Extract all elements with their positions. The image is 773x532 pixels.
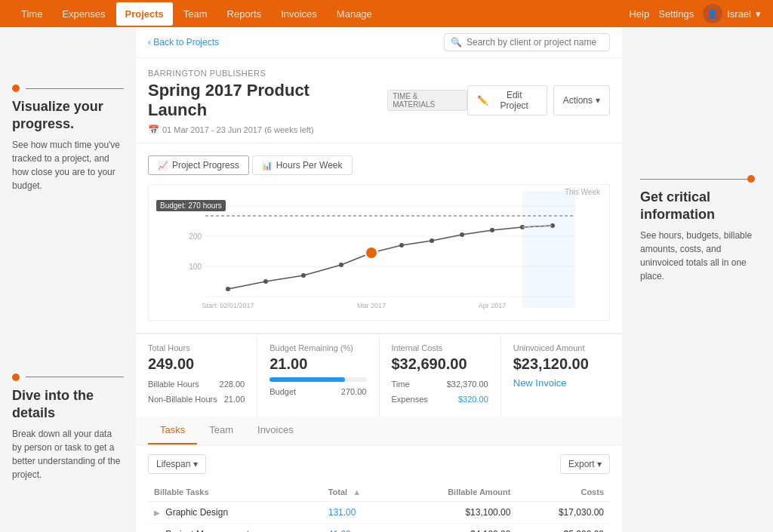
task-billable-1: $13,100.00 bbox=[395, 501, 516, 523]
this-week-label: This Week bbox=[565, 188, 600, 196]
tasks-table-body: ▶ Graphic Design 131.00 $13,100.00 $17,0… bbox=[148, 501, 610, 532]
annotation-critical-text: See hours, budgets, billable amounts, co… bbox=[640, 229, 761, 283]
metric-total-hours-sub: Billable Hours Non-Billable Hours 228.00… bbox=[148, 377, 245, 407]
col-billable-tasks: Billable Tasks bbox=[148, 483, 322, 502]
edit-icon: ✏️ bbox=[477, 95, 488, 106]
metric-total-hours-value: 249.00 bbox=[148, 355, 245, 373]
svg-point-16 bbox=[460, 232, 464, 237]
col-billable-amount: Billable Amount bbox=[395, 483, 516, 502]
task-name-2: ▶ Project Management bbox=[148, 523, 322, 532]
svg-point-10 bbox=[263, 279, 268, 284]
sort-icon: ▲ bbox=[353, 487, 361, 497]
budget-progress-bar bbox=[269, 377, 366, 382]
project-title-group: Spring 2017 Product Launch TIME & MATERI… bbox=[148, 81, 467, 120]
task-total-2: 41.00 bbox=[322, 523, 395, 532]
expenses-link[interactable]: $320.00 bbox=[458, 395, 488, 404]
nav-help[interactable]: Help bbox=[629, 8, 649, 20]
search-bar: 🔍 bbox=[444, 33, 610, 51]
expand-icon[interactable]: ▶ bbox=[154, 509, 160, 517]
project-dates: 📅 01 Mar 2017 - 23 Jun 2017 (6 weeks lef… bbox=[148, 125, 610, 135]
billable-hours-values: 228.00 21.00 bbox=[220, 377, 245, 407]
svg-rect-0 bbox=[522, 191, 575, 308]
svg-point-15 bbox=[430, 238, 434, 243]
metric-costs-value: $32,690.00 bbox=[392, 355, 488, 373]
nav-chevron-icon: ▾ bbox=[756, 8, 761, 20]
tab-team[interactable]: Team bbox=[197, 417, 245, 444]
actions-label: Actions bbox=[563, 95, 593, 106]
annotation-details: Dive into the details Break down all you… bbox=[12, 374, 124, 481]
metric-budget-sub: Budget 270.00 bbox=[269, 385, 366, 400]
table-row: ▶ Project Management 41.00 $4,100.00 $5,… bbox=[148, 523, 610, 532]
task-costs-1: $17,030.00 bbox=[516, 501, 610, 523]
nav-projects[interactable]: Projects bbox=[116, 2, 173, 26]
annotation-visualize-text: See how much time you've tracked to a pr… bbox=[12, 138, 124, 192]
export-button[interactable]: Export ▾ bbox=[560, 454, 610, 474]
bar-chart-icon: 📊 bbox=[262, 161, 273, 171]
svg-text:Start: 02/01/2017: Start: 02/01/2017 bbox=[202, 302, 254, 309]
metrics-row: Total Hours 249.00 Billable Hours Non-Bi… bbox=[136, 334, 622, 417]
lifespan-button[interactable]: Lifespan ▾ bbox=[148, 454, 206, 474]
search-icon: 🔍 bbox=[451, 37, 462, 48]
nav-expenses[interactable]: Expenses bbox=[53, 2, 114, 26]
metric-total-hours: Total Hours 249.00 Billable Hours Non-Bi… bbox=[136, 334, 257, 417]
task-total-1: 131.00 bbox=[322, 501, 395, 523]
tasks-section: Lifespan ▾ Export ▾ Billable Tasks Total… bbox=[136, 445, 622, 532]
search-input[interactable] bbox=[467, 37, 603, 48]
new-invoice-link[interactable]: New Invoice bbox=[513, 377, 567, 389]
top-navigation: Time Expenses Projects Team Reports Invo… bbox=[0, 0, 773, 27]
project-title-row: Spring 2017 Product Launch TIME & MATERI… bbox=[148, 81, 610, 120]
tasks-table-header: Billable Tasks Total ▲ Billable Amount C… bbox=[148, 483, 610, 502]
tab-tasks[interactable]: Tasks bbox=[148, 417, 197, 444]
annotation-visualize: Visualize your progress. See how much ti… bbox=[12, 85, 124, 192]
svg-text:Mar 2017: Mar 2017 bbox=[357, 302, 386, 309]
export-label: Export bbox=[568, 459, 595, 469]
metric-uninvoiced-value: $23,120.00 bbox=[513, 355, 610, 373]
annotation-visualize-title: Visualize your progress. bbox=[12, 98, 124, 134]
tab-project-progress[interactable]: 📈 Project Progress bbox=[148, 155, 249, 175]
nav-manage[interactable]: Manage bbox=[328, 2, 381, 26]
tab-invoices[interactable]: Invoices bbox=[245, 417, 306, 444]
main-content: Back to Projects 🔍 BARRINGTON PUBLISHERS… bbox=[136, 27, 622, 532]
task-total-link-1[interactable]: 131.00 bbox=[328, 507, 356, 518]
budget-label: Budget: 270 hours bbox=[156, 200, 226, 211]
project-actions: ✏️ Edit Project Actions ▾ bbox=[467, 85, 610, 115]
svg-point-9 bbox=[226, 287, 230, 291]
metric-uninvoiced: Uninvoiced Amount $23,120.00 New Invoice bbox=[501, 334, 622, 417]
actions-button[interactable]: Actions ▾ bbox=[553, 85, 610, 115]
annotation-critical-title: Get critical information bbox=[640, 189, 761, 224]
annotation-dot-2 bbox=[12, 374, 20, 381]
billable-hours-value: 228.00 bbox=[220, 377, 245, 392]
nav-username: Israel bbox=[727, 8, 751, 20]
svg-point-11 bbox=[301, 273, 306, 278]
avatar: 👤 bbox=[703, 4, 722, 23]
annotation-line-1 bbox=[26, 88, 124, 89]
client-name: BARRINGTON PUBLISHERS bbox=[148, 69, 610, 78]
edit-project-button[interactable]: ✏️ Edit Project bbox=[467, 85, 547, 115]
nav-right: Help Settings 👤 Israel ▾ bbox=[629, 4, 761, 23]
back-to-projects[interactable]: Back to Projects bbox=[148, 37, 219, 48]
svg-text:200: 200 bbox=[189, 232, 202, 241]
svg-text:100: 100 bbox=[189, 263, 202, 271]
annotation-dot-3 bbox=[747, 175, 755, 183]
page-wrapper: Visualize your progress. See how much ti… bbox=[0, 27, 773, 532]
billable-hours-group: Billable Hours Non-Billable Hours bbox=[148, 377, 217, 407]
export-chevron-icon: ▾ bbox=[597, 459, 602, 469]
svg-point-14 bbox=[399, 243, 404, 248]
nav-user-menu[interactable]: 👤 Israel ▾ bbox=[703, 4, 761, 23]
chart-icon: 📈 bbox=[158, 161, 168, 171]
nav-reports[interactable]: Reports bbox=[218, 2, 271, 26]
non-billable-label: Non-Billable Hours bbox=[148, 392, 217, 407]
tab-hours-per-week[interactable]: 📊 Hours Per Week bbox=[252, 155, 353, 175]
nav-invoices[interactable]: Invoices bbox=[272, 2, 326, 26]
col-total[interactable]: Total ▲ bbox=[322, 483, 395, 502]
project-header: BARRINGTON PUBLISHERS Spring 2017 Produc… bbox=[136, 58, 622, 143]
nav-team[interactable]: Team bbox=[174, 2, 217, 26]
task-costs-2: $5,330.00 bbox=[516, 523, 610, 532]
task-total-link-2[interactable]: 41.00 bbox=[328, 529, 351, 532]
nav-settings[interactable]: Settings bbox=[658, 8, 694, 20]
metric-uninvoiced-label: Uninvoiced Amount bbox=[513, 343, 610, 352]
budget-sub-label: Budget bbox=[269, 385, 296, 400]
tab-hours-per-week-label: Hours Per Week bbox=[276, 160, 343, 171]
nav-time[interactable]: Time bbox=[12, 2, 51, 26]
task-name-1: ▶ Graphic Design bbox=[148, 501, 322, 523]
